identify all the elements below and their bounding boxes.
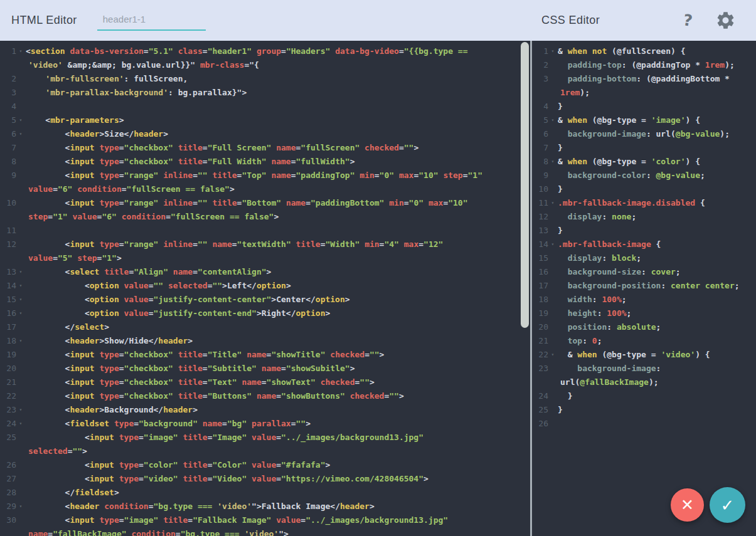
- code-row[interactable]: url(@fallBackImage);: [532, 376, 756, 389]
- confirm-button[interactable]: ✓: [710, 487, 745, 523]
- code-row[interactable]: 3 padding-bottom: (@paddingBottom *: [532, 72, 756, 86]
- html-editor-pane[interactable]: 1▾<section data-bs-version="5.1" class="…: [0, 41, 530, 536]
- code-row[interactable]: 18 width: 100%;: [532, 293, 756, 307]
- code-row[interactable]: 4}: [532, 100, 756, 113]
- html-scrollbar-thumb[interactable]: [521, 42, 529, 328]
- code-row[interactable]: value="6" condition="fullScreen == false…: [0, 182, 530, 196]
- code-row[interactable]: 28 </fieldset>: [0, 486, 530, 500]
- code-row[interactable]: 12 <input type="range" inline="" name="t…: [0, 238, 530, 251]
- code-row[interactable]: 10}: [532, 182, 756, 196]
- fold-marker[interactable]: ▾: [16, 307, 25, 320]
- code-row[interactable]: 13▾ <select title="Align" name="contentA…: [0, 265, 530, 279]
- code-row[interactable]: 17 background-position: center center;: [532, 279, 756, 293]
- gear-icon[interactable]: [715, 10, 736, 31]
- fold-marker[interactable]: ▾: [16, 500, 25, 513]
- fold-marker: [548, 403, 557, 417]
- code-row[interactable]: 23 background-image:: [532, 362, 756, 376]
- fold-marker[interactable]: ▾: [548, 155, 557, 169]
- fold-marker: [548, 141, 557, 155]
- code-row[interactable]: 16 background-size: cover;: [532, 265, 756, 279]
- fold-marker: [16, 527, 25, 536]
- help-icon[interactable]: ?: [683, 12, 694, 29]
- code-row[interactable]: 21 top: 0;: [532, 334, 756, 348]
- component-name-input[interactable]: [97, 10, 206, 31]
- code-row[interactable]: 22▾ & when (@bg-type = 'video') {: [532, 348, 756, 362]
- code-text: <input type="color" title="Color" value=…: [25, 458, 330, 472]
- code-row[interactable]: 6▾ <header>Size</header>: [0, 127, 530, 141]
- code-row[interactable]: 9 <input type="range" inline="" title="T…: [0, 169, 530, 182]
- code-row[interactable]: 26 <input type="color" title="Color" val…: [0, 458, 530, 472]
- code-row[interactable]: 12 display: none;: [532, 210, 756, 224]
- code-row[interactable]: 15▾ <option value="justify-content-cente…: [0, 293, 530, 307]
- code-row[interactable]: 26: [532, 417, 756, 431]
- code-row[interactable]: 1▾& when not (@fullScreen) {: [532, 45, 756, 58]
- code-row[interactable]: 9 background-color: @bg-value;: [532, 169, 756, 182]
- fold-marker[interactable]: ▾: [16, 113, 25, 127]
- code-row[interactable]: 8 <input type="checkbox" title="Full Wid…: [0, 155, 530, 169]
- code-row[interactable]: 30 <input type="image" title="Fallback I…: [0, 513, 530, 527]
- code-row[interactable]: 25 <input type="image" title="Image" val…: [0, 431, 530, 444]
- code-row[interactable]: 1rem);: [532, 86, 756, 100]
- fold-marker[interactable]: ▾: [16, 417, 25, 431]
- code-row[interactable]: 24 }: [532, 389, 756, 403]
- fold-marker[interactable]: ▾: [548, 196, 557, 210]
- code-row[interactable]: 5▾ <mbr-parameters>: [0, 113, 530, 127]
- code-row[interactable]: 21 <input type="checkbox" title="Text" n…: [0, 376, 530, 389]
- fold-marker[interactable]: ▾: [16, 334, 25, 348]
- fold-marker[interactable]: ▾: [548, 113, 557, 127]
- code-row[interactable]: 'video' &amp;&amp; bg.value.url}}" mbr-c…: [0, 58, 530, 72]
- code-row[interactable]: name="fallBackImage" condition="bg.type …: [0, 527, 530, 536]
- fold-marker[interactable]: ▾: [548, 45, 557, 58]
- code-row[interactable]: 22 <input type="checkbox" title="Buttons…: [0, 389, 530, 403]
- code-row[interactable]: 19 height: 100%;: [532, 307, 756, 320]
- code-row[interactable]: 24▾ <fieldset type="background" name="bg…: [0, 417, 530, 431]
- code-row[interactable]: 20 <input type="checkbox" title="Subtitl…: [0, 362, 530, 376]
- cancel-button[interactable]: ✕: [671, 488, 704, 522]
- code-row[interactable]: 23▾ <header>Background</header>: [0, 403, 530, 417]
- code-row[interactable]: 5▾& when (@bg-type = 'image') {: [532, 113, 756, 127]
- code-row[interactable]: 14▾.mbr-fallback-image {: [532, 238, 756, 251]
- code-row[interactable]: 18▾ <header>Show/Hide</header>: [0, 334, 530, 348]
- code-row[interactable]: 7}: [532, 141, 756, 155]
- code-text: background-color: @bg-value;: [557, 169, 705, 182]
- fold-marker[interactable]: ▾: [16, 403, 25, 417]
- fold-marker[interactable]: ▾: [16, 293, 25, 307]
- code-row[interactable]: 10 <input type="range" inline="" title="…: [0, 196, 530, 210]
- fold-marker[interactable]: ▾: [548, 238, 557, 251]
- fold-marker: [548, 127, 557, 141]
- fold-marker[interactable]: ▾: [16, 45, 25, 58]
- code-row[interactable]: 20 position: absolute;: [532, 320, 756, 334]
- code-row[interactable]: 27 <input type="video" title="Video" val…: [0, 472, 530, 486]
- fold-marker[interactable]: ▾: [16, 265, 25, 279]
- code-row[interactable]: 16▾ <option value="justify-content-end">…: [0, 307, 530, 320]
- code-row[interactable]: 8▾& when (@bg-type = 'color') {: [532, 155, 756, 169]
- line-number: 22: [532, 348, 548, 362]
- code-row[interactable]: 7 <input type="checkbox" title="Full Scr…: [0, 141, 530, 155]
- code-row[interactable]: step="1" value="6" condition="fullScreen…: [0, 210, 530, 224]
- css-editor-pane[interactable]: 1▾& when not (@fullScreen) {2 padding-to…: [532, 41, 756, 536]
- code-row[interactable]: 1▾<section data-bs-version="5.1" class="…: [0, 45, 530, 58]
- line-number: 23: [0, 403, 16, 417]
- code-row[interactable]: 29▾ <header condition="bg.type === 'vide…: [0, 500, 530, 513]
- code-row[interactable]: 17 </select>: [0, 320, 530, 334]
- code-row[interactable]: 25}: [532, 403, 756, 417]
- code-row[interactable]: 6 background-image: url(@bg-value);: [532, 127, 756, 141]
- code-row[interactable]: 3 'mbr-parallax-background': bg.parallax…: [0, 86, 530, 100]
- fold-marker[interactable]: ▾: [548, 348, 557, 362]
- code-row[interactable]: 19 <input type="checkbox" title="Title" …: [0, 348, 530, 362]
- line-number: 28: [0, 486, 16, 500]
- code-row[interactable]: 2 'mbr-fullscreen': fullScreen,: [0, 72, 530, 86]
- code-row[interactable]: 14▾ <option value="" selected="">Left</o…: [0, 279, 530, 293]
- fold-marker[interactable]: ▾: [16, 279, 25, 293]
- code-text: <input type="checkbox" title="Text" name…: [25, 376, 375, 389]
- code-row[interactable]: selected="">: [0, 444, 530, 458]
- fold-marker: [548, 72, 557, 86]
- code-row[interactable]: 15 display: block;: [532, 251, 756, 265]
- code-row[interactable]: 2 padding-top: (@paddingTop * 1rem);: [532, 58, 756, 72]
- code-row[interactable]: 11: [0, 224, 530, 238]
- code-row[interactable]: 11▾.mbr-fallback-image.disabled {: [532, 196, 756, 210]
- code-row[interactable]: value="5" step="1">: [0, 251, 530, 265]
- fold-marker[interactable]: ▾: [16, 127, 25, 141]
- code-row[interactable]: 13}: [532, 224, 756, 238]
- code-row[interactable]: 4: [0, 100, 530, 113]
